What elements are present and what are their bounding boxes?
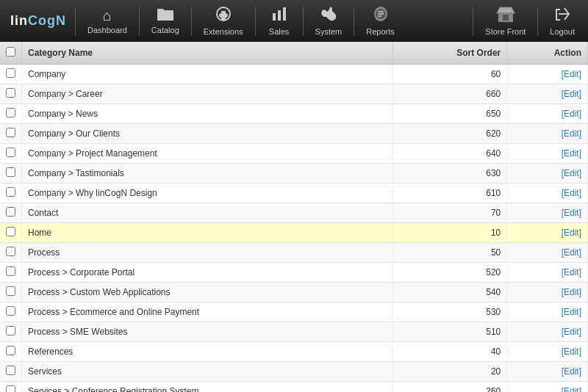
row-sort-order: 620	[392, 124, 506, 144]
row-sort-order: 630	[392, 164, 506, 184]
row-checkbox-cell	[0, 362, 22, 382]
row-action: [Edit]	[507, 243, 588, 263]
row-action: [Edit]	[507, 164, 588, 184]
edit-link[interactable]: [Edit]	[562, 228, 581, 238]
row-category-name: Contact	[22, 203, 393, 223]
row-checkbox-cell	[0, 263, 22, 283]
row-sort-order: 60	[392, 65, 506, 84]
store-icon	[496, 6, 515, 26]
row-action: [Edit]	[507, 65, 588, 84]
edit-link[interactable]: [Edit]	[562, 168, 581, 178]
row-sort-order: 70	[392, 203, 506, 223]
nav-storefront[interactable]: Store Front	[475, 0, 536, 42]
nav-system[interactable]: System	[305, 0, 353, 42]
nav-divider-7	[473, 7, 473, 36]
row-checkbox-cell	[0, 84, 22, 104]
table-row: Home 10 [Edit]	[0, 223, 588, 243]
table-row: Company > News 650 [Edit]	[0, 104, 588, 124]
row-action: [Edit]	[507, 104, 588, 124]
row-checkbox-cell	[0, 164, 22, 184]
nav-catalog[interactable]: Catalog	[141, 0, 190, 42]
row-checkbox[interactable]	[6, 167, 15, 177]
header-category-name: Category Name	[22, 42, 393, 65]
table-row: Company > Career 660 [Edit]	[0, 84, 588, 104]
edit-link[interactable]: [Edit]	[562, 89, 581, 99]
row-checkbox[interactable]	[6, 286, 15, 296]
svg-rect-3	[283, 7, 286, 21]
svg-rect-2	[278, 10, 281, 21]
row-action: [Edit]	[507, 124, 588, 144]
row-checkbox[interactable]	[6, 385, 15, 392]
row-checkbox[interactable]	[6, 366, 15, 375]
nav-divider-6	[354, 7, 354, 36]
row-sort-order: 640	[392, 144, 506, 164]
row-checkbox[interactable]	[6, 88, 15, 98]
edit-link[interactable]: [Edit]	[562, 366, 581, 377]
row-checkbox[interactable]	[6, 108, 15, 117]
row-checkbox-cell	[0, 223, 22, 243]
row-checkbox[interactable]	[6, 346, 15, 355]
table-row: Process > SME Websites 510 [Edit]	[0, 322, 588, 342]
row-sort-order: 660	[392, 84, 506, 104]
row-checkbox-cell	[0, 104, 22, 124]
nav-divider-1	[75, 7, 76, 36]
top-navigation: linCogN ⌂ Dashboard Catalog Extensions S…	[0, 0, 588, 42]
row-sort-order: 510	[392, 322, 506, 342]
edit-link[interactable]: [Edit]	[562, 267, 581, 277]
edit-link[interactable]: [Edit]	[562, 327, 581, 337]
row-sort-order: 520	[392, 263, 506, 283]
edit-link[interactable]: [Edit]	[562, 109, 581, 119]
table-row: Process > Corporate Portal 520 [Edit]	[0, 263, 588, 283]
nav-dashboard[interactable]: ⌂ Dashboard	[77, 0, 137, 42]
row-category-name: Services	[22, 362, 393, 382]
row-category-name: Company > Why linCogN Design	[22, 184, 393, 203]
nav-divider-2	[139, 7, 140, 36]
row-checkbox[interactable]	[6, 207, 15, 217]
row-category-name: Company > Project Management	[22, 144, 393, 164]
edit-link[interactable]: [Edit]	[562, 188, 581, 198]
select-all-checkbox[interactable]	[6, 47, 15, 57]
row-action: [Edit]	[507, 223, 588, 243]
edit-link[interactable]: [Edit]	[562, 287, 581, 297]
edit-link[interactable]: [Edit]	[562, 69, 581, 79]
row-category-name: Home	[22, 223, 393, 243]
edit-link[interactable]: [Edit]	[562, 148, 581, 159]
row-checkbox-cell	[0, 144, 22, 164]
edit-link[interactable]: [Edit]	[562, 128, 581, 139]
row-checkbox[interactable]	[6, 266, 15, 276]
wrench-icon	[320, 6, 337, 26]
row-checkbox[interactable]	[6, 148, 15, 157]
row-checkbox-cell	[0, 124, 22, 144]
table-row: Company > Tastimonials 630 [Edit]	[0, 164, 588, 184]
row-checkbox[interactable]	[6, 247, 15, 256]
nav-reports[interactable]: Reports	[356, 0, 405, 42]
nav-divider-4	[255, 7, 256, 36]
edit-link[interactable]: [Edit]	[562, 208, 581, 218]
house-icon: ⌂	[103, 7, 112, 24]
row-category-name: Company > Tastimonials	[22, 164, 393, 184]
row-checkbox[interactable]	[6, 306, 15, 316]
edit-link[interactable]: [Edit]	[562, 386, 581, 392]
edit-link[interactable]: [Edit]	[562, 346, 581, 357]
row-checkbox[interactable]	[6, 128, 15, 137]
row-checkbox-cell	[0, 243, 22, 263]
nav-extensions[interactable]: Extensions	[193, 0, 254, 42]
edit-link[interactable]: [Edit]	[562, 307, 581, 317]
row-category-name: Process	[22, 243, 393, 263]
table-row: Company > Project Management 640 [Edit]	[0, 144, 588, 164]
row-action: [Edit]	[507, 342, 588, 362]
nav-logout[interactable]: Logout	[539, 0, 585, 42]
row-checkbox[interactable]	[6, 326, 15, 335]
table-header-row: Category Name Sort Order Action	[0, 42, 588, 65]
row-checkbox[interactable]	[6, 227, 15, 236]
row-sort-order: 50	[392, 243, 506, 263]
row-checkbox[interactable]	[6, 68, 15, 78]
nav-sales[interactable]: Sales	[257, 0, 301, 42]
row-checkbox[interactable]	[6, 187, 15, 197]
edit-link[interactable]: [Edit]	[562, 247, 581, 258]
row-action: [Edit]	[507, 382, 588, 393]
row-checkbox-cell	[0, 184, 22, 203]
row-category-name: Company	[22, 65, 393, 84]
logout-icon	[554, 6, 570, 26]
svg-rect-7	[503, 15, 509, 21]
